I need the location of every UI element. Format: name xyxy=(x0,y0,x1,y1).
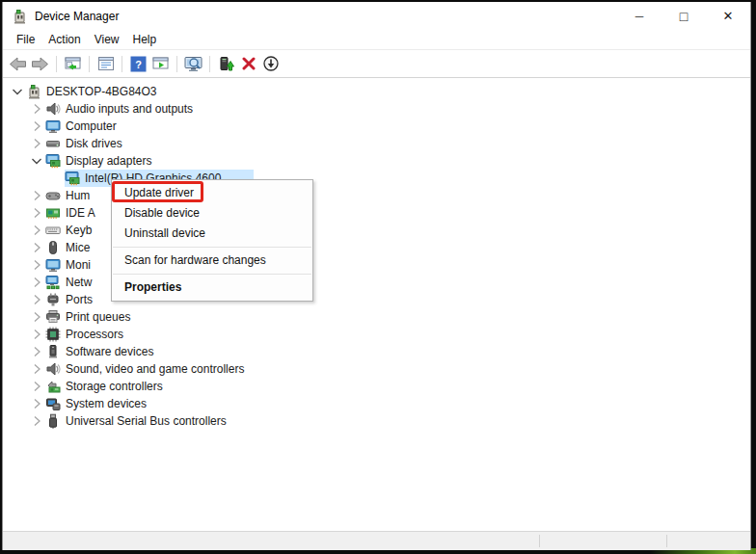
disk-drive-icon xyxy=(45,136,64,151)
toolbar-separator xyxy=(176,56,177,72)
tree-row[interactable]: DESKTOP-4BG84O3 xyxy=(3,83,750,100)
chevron-right-icon[interactable] xyxy=(28,413,45,429)
menu-view[interactable]: View xyxy=(88,31,126,48)
title-bar[interactable]: Device Manager ─ □ ✕ xyxy=(3,2,750,30)
context-menu-item-uninstall-device[interactable]: Uninstall device xyxy=(112,224,312,244)
chevron-right-icon[interactable] xyxy=(28,292,45,307)
tree-item-label: Print queues xyxy=(64,310,132,324)
close-button[interactable]: ✕ xyxy=(706,2,750,30)
tree-item-label: Computer xyxy=(64,119,119,133)
chevron-right-icon[interactable] xyxy=(28,136,45,151)
screen: Device Manager ─ □ ✕ FileActionViewHelp … xyxy=(0,0,756,554)
chevron-right-icon[interactable] xyxy=(28,257,45,273)
help-icon: ? xyxy=(130,56,147,72)
svg-text:?: ? xyxy=(135,58,142,69)
tree-item-label: IDE A xyxy=(64,206,97,220)
arrow-left-icon xyxy=(9,56,27,72)
tree-row[interactable]: Sound, video and game controllers xyxy=(3,360,750,378)
processor-icon xyxy=(45,327,64,342)
chevron-right-icon[interactable] xyxy=(28,188,45,203)
mouse-icon xyxy=(45,240,64,255)
context-menu-separator xyxy=(113,274,311,275)
status-bar-separator xyxy=(539,535,540,547)
chevron-right-icon[interactable] xyxy=(28,223,45,238)
context-menu-item-properties[interactable]: Properties xyxy=(112,277,312,298)
properties-window-icon xyxy=(97,56,115,71)
tree-item-label: Moni xyxy=(64,258,93,272)
tree-row[interactable]: Processors xyxy=(3,326,750,343)
chevron-right-icon[interactable] xyxy=(28,361,45,377)
tree-item-label: Processors xyxy=(64,328,125,341)
chevron-down-icon[interactable] xyxy=(28,153,45,169)
tree-row[interactable]: Storage controllers xyxy=(3,378,750,395)
chevron-right-icon[interactable] xyxy=(28,396,45,411)
chevron-right-icon[interactable] xyxy=(28,240,45,255)
context-menu-item-disable-device[interactable]: Disable device xyxy=(112,203,312,224)
chevron-right-icon[interactable] xyxy=(28,119,45,134)
tree-row[interactable]: Display adapters xyxy=(3,152,750,170)
chevron-right-icon[interactable] xyxy=(28,379,45,394)
maximize-button[interactable]: □ xyxy=(662,2,706,30)
tree-item-label: Mice xyxy=(64,241,92,254)
tree-row[interactable]: Disk drives xyxy=(3,135,750,152)
tree-item-label: Keyb xyxy=(64,224,94,237)
keyboard-icon xyxy=(45,223,64,238)
tree-item-label: Storage controllers xyxy=(64,380,165,393)
menu-help[interactable]: Help xyxy=(126,31,164,48)
scan-for-hardware-changes-button[interactable] xyxy=(182,53,204,75)
printer-icon xyxy=(45,309,64,325)
forward-button[interactable] xyxy=(29,53,51,75)
speaker-icon xyxy=(45,101,64,117)
tree-item-label: System devices xyxy=(64,397,148,410)
tree-row[interactable]: System devices xyxy=(3,395,750,412)
show-console-tree-button[interactable] xyxy=(62,53,84,75)
menu-file[interactable]: File xyxy=(10,31,41,48)
chevron-right-icon[interactable] xyxy=(28,327,45,342)
minimize-button[interactable]: ─ xyxy=(617,2,662,30)
tree-item-label: Audio inputs and outputs xyxy=(64,102,195,116)
arrow-right-icon xyxy=(31,56,49,72)
tree-item-label: Universal Serial Bus controllers xyxy=(64,414,229,428)
ide-controller-icon xyxy=(45,205,64,221)
tree-row[interactable]: Print queues xyxy=(3,308,750,326)
chevron-right-icon[interactable] xyxy=(28,101,45,117)
update-driver-button[interactable] xyxy=(215,53,237,75)
tree-item-label: Netw xyxy=(64,276,94,289)
tree-row[interactable]: Computer xyxy=(3,118,750,135)
toolbar-separator xyxy=(56,56,57,72)
action-pane-icon xyxy=(152,56,170,71)
console-tree-icon xyxy=(65,56,82,71)
monitor-icon xyxy=(45,257,64,273)
speaker-icon xyxy=(45,361,64,377)
storage-controller-icon xyxy=(45,379,64,394)
disable-device-button[interactable] xyxy=(259,53,282,75)
tree-item-label: Display adapters xyxy=(64,154,153,168)
help-button[interactable]: ? xyxy=(127,53,149,75)
menu-bar: FileActionViewHelp xyxy=(3,30,750,50)
menu-action[interactable]: Action xyxy=(41,31,87,48)
monitor-icon xyxy=(45,119,64,134)
chevron-right-icon[interactable] xyxy=(28,205,45,221)
serial-port-icon xyxy=(45,292,64,307)
network-adapter-icon xyxy=(45,275,64,290)
chevron-right-icon[interactable] xyxy=(28,344,45,359)
status-bar-separator xyxy=(666,535,667,547)
update-driver-icon xyxy=(218,56,234,72)
properties-button[interactable] xyxy=(94,53,117,75)
chevron-down-icon[interactable] xyxy=(9,84,26,99)
toolbar-separator xyxy=(209,56,210,72)
tree-item-label: Sound, video and game controllers xyxy=(64,362,246,376)
toolbar-separator xyxy=(122,56,122,72)
uninstall-device-button[interactable] xyxy=(237,53,259,75)
tree-row[interactable]: Software devices xyxy=(3,343,750,360)
chevron-right-icon[interactable] xyxy=(28,309,45,325)
show-action-pane-button[interactable] xyxy=(149,53,172,75)
context-menu-item-update-driver[interactable]: Update driver xyxy=(112,183,312,203)
tree-row[interactable]: Universal Serial Bus controllers xyxy=(3,412,750,430)
back-button[interactable] xyxy=(7,53,29,75)
chevron-right-icon[interactable] xyxy=(28,275,45,290)
computer-device-icon xyxy=(26,84,44,99)
context-menu-item-scan-for-hardware-changes[interactable]: Scan for hardware changes xyxy=(112,251,312,271)
tree-row[interactable]: Audio inputs and outputs xyxy=(3,100,750,118)
gamepad-icon xyxy=(45,188,64,203)
